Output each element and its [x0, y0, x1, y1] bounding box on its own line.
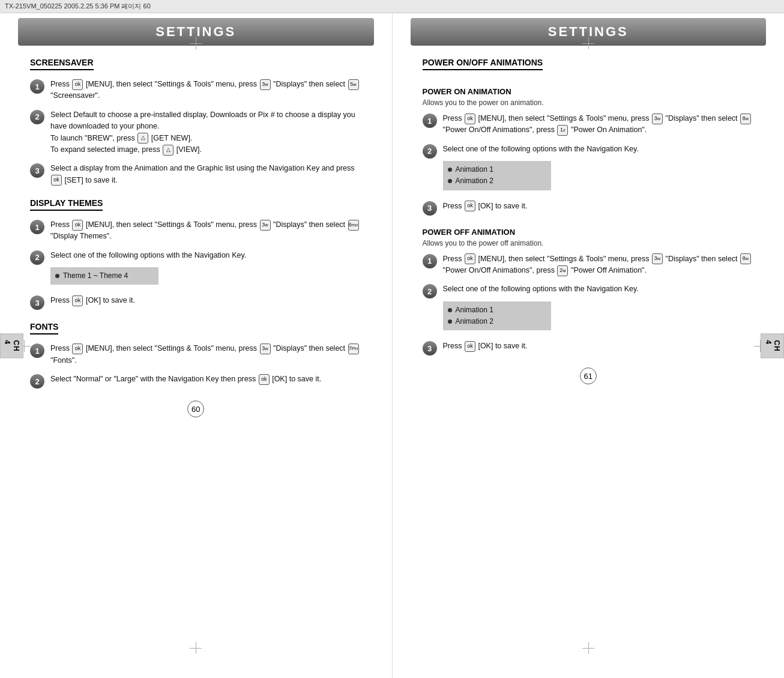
power-off-section: POWER OFF ANIMATION Allows you to the po…: [423, 228, 758, 356]
6-key-t1: 6mo: [348, 220, 359, 231]
ok-key-f1: ok: [72, 344, 83, 354]
poweroff-step1-text: Press ok [MENU], then select "Settings &…: [443, 253, 758, 277]
file-bar-text: TX-215VM_050225 2005.2.25 5:36 PM 페이지 60: [5, 2, 151, 10]
right-page: CH4 SETTINGS POWER ON/OFF ANIMATIONS POW…: [393, 13, 785, 678]
poweron-step-2: 2 Select one of the following options wi…: [423, 144, 758, 193]
screensaver-step1-text: Press ok [MENU], then select "Settings &…: [50, 79, 365, 102]
display-themes-title: DISPLAY THEMES: [30, 198, 103, 211]
power-on-anim2: Animation 2: [448, 175, 545, 187]
themes-step2-text: Select one of the following options with…: [50, 250, 246, 288]
themes-step3-text: Press ok [OK] to save it.: [50, 295, 135, 306]
fonts-step-num-1: 1: [30, 344, 44, 358]
bullet-anim1: [448, 168, 452, 172]
power-animations-section: POWER ON/OFF ANIMATIONS POWER ON ANIMATI…: [423, 58, 758, 356]
ok-key-t1: ok: [72, 220, 83, 231]
ok-key-po3: ok: [465, 201, 475, 211]
themes-step1-text: Press ok [MENU], then select "Settings &…: [50, 219, 365, 243]
ok-key-f2: ok: [259, 374, 270, 385]
crosshair-bottom: [190, 642, 202, 654]
screensaver-section: SCREENSAVER 1 Press ok [MENU], then sele…: [30, 58, 365, 186]
chapter-tab-right: CH4: [761, 333, 784, 358]
3-key-pf1: 3w: [652, 253, 663, 264]
power-on-desc: Allows you to the power on animation.: [423, 98, 758, 107]
power-off-steps: 1 Press ok [MENU], then select "Settings…: [423, 253, 758, 356]
poweron-step3-text: Press ok [OK] to save it.: [443, 201, 528, 212]
power-off-desc: Allows you to the power off animation.: [423, 239, 758, 247]
left-page-num-circle: 60: [187, 401, 204, 417]
poweroff-step-1: 1 Press ok [MENU], then select "Settings…: [423, 253, 758, 277]
bullet-anim2: [448, 179, 452, 183]
poweroff-step-2: 2 Select one of the following options wi…: [423, 283, 758, 333]
poweron-step1-text: Press ok [MENU], then select "Settings &…: [443, 113, 758, 136]
anim1-label: Animation 1: [456, 164, 493, 175]
crosshair-bottom-right: [582, 642, 594, 654]
right-header: SETTINGS: [411, 18, 767, 46]
step-num-3: 3: [30, 163, 44, 178]
step-num-1: 1: [30, 79, 44, 94]
right-page-num-circle: 61: [580, 368, 597, 384]
7-key-f1: 7PH: [348, 344, 359, 354]
fonts-step-1: 1 Press ok [MENU], then select "Settings…: [30, 343, 365, 366]
screensaver-step-2: 2 Select Default to choose a pre-install…: [30, 109, 365, 156]
poweron-step-num-2: 2: [423, 144, 437, 159]
brew-key-icon: △: [137, 133, 148, 144]
poweron-step2-text: Select one of the following options with…: [443, 144, 639, 193]
8-key-po1: 8w: [740, 114, 751, 124]
bullet-theme: [55, 274, 59, 278]
poweron-step-num-1: 1: [423, 114, 437, 128]
screensaver-step-1: 1 Press ok [MENU], then select "Settings…: [30, 79, 365, 102]
file-bar: TX-215VM_050225 2005.2.25 5:36 PM 페이지 60: [0, 0, 784, 13]
left-header: SETTINGS: [18, 18, 374, 46]
theme-option-label: Theme 1 ~ Theme 4: [63, 270, 128, 282]
fonts-section: FONTS 1 Press ok [MENU], then select "Se…: [30, 322, 365, 389]
chapter-tab-left: CH4: [0, 333, 23, 358]
1-key-po1: 1z: [557, 125, 568, 136]
set-key-icon: ok: [51, 175, 62, 186]
bullet-off-anim1: [448, 308, 452, 312]
screensaver-step3-text: Select a display from the Animation and …: [50, 163, 365, 186]
poweroff-step-num-2: 2: [423, 284, 437, 298]
5-key-icon: 5w: [348, 79, 359, 90]
poweroff-step3-text: Press ok [OK] to save it.: [443, 341, 528, 352]
ok-key-icon: ok: [72, 79, 83, 90]
poweron-step-num-3: 3: [423, 201, 437, 216]
3-key-f1: 3w: [260, 344, 271, 354]
power-off-subtitle: POWER OFF ANIMATION: [423, 228, 758, 237]
fonts-step1-text: Press ok [MENU], then select "Settings &…: [50, 343, 365, 366]
themes-step-num-3: 3: [30, 295, 44, 310]
screensaver-title: SCREENSAVER: [30, 58, 94, 70]
display-themes-steps: 1 Press ok [MENU], then select "Settings…: [30, 219, 365, 310]
off-anim2-label: Animation 2: [456, 316, 493, 327]
power-on-steps: 1 Press ok [MENU], then select "Settings…: [423, 113, 758, 216]
2-key-pf1: 2w: [557, 265, 568, 276]
off-anim1-label: Animation 1: [456, 304, 493, 316]
ok-key-t3: ok: [72, 295, 83, 306]
power-on-subtitle: POWER ON ANIMATION: [423, 87, 758, 96]
themes-step-num-2: 2: [30, 250, 44, 265]
left-page-number: 60: [0, 401, 392, 417]
poweroff-step2-text: Select one of the following options with…: [443, 283, 639, 333]
power-on-section: POWER ON ANIMATION Allows you to the pow…: [423, 87, 758, 216]
theme-options-box: Theme 1 ~ Theme 4: [50, 267, 158, 285]
fonts-steps: 1 Press ok [MENU], then select "Settings…: [30, 343, 365, 389]
poweroff-step-num-3: 3: [423, 341, 437, 356]
screensaver-step-3: 3 Select a display from the Animation an…: [30, 163, 365, 186]
fonts-step2-text: Select "Normal" or "Large" with the Navi…: [50, 374, 321, 385]
power-off-options-box: Animation 1 Animation 2: [443, 301, 551, 330]
bullet-off-anim2: [448, 319, 452, 324]
left-page: CH4 SETTINGS SCREENSAVER 1 Press ok [MEN…: [0, 13, 393, 678]
themes-step-num-1: 1: [30, 220, 44, 234]
view-key-icon: △: [163, 145, 173, 156]
fonts-title: FONTS: [30, 322, 58, 334]
right-page-number: 61: [393, 368, 785, 384]
power-on-anim1: Animation 1: [448, 164, 545, 175]
power-on-options-box: Animation 1 Animation 2: [443, 161, 551, 190]
themes-step-3: 3 Press ok [OK] to save it.: [30, 295, 365, 310]
3-key-po1: 3w: [652, 114, 663, 124]
poweron-step-3: 3 Press ok [OK] to save it.: [423, 201, 758, 216]
power-animations-title: POWER ON/OFF ANIMATIONS: [423, 58, 543, 70]
themes-step-1: 1 Press ok [MENU], then select "Settings…: [30, 219, 365, 243]
power-off-anim2: Animation 2: [448, 316, 545, 327]
display-themes-section: DISPLAY THEMES 1 Press ok [MENU], then s…: [30, 198, 365, 310]
fonts-step-num-2: 2: [30, 374, 44, 389]
